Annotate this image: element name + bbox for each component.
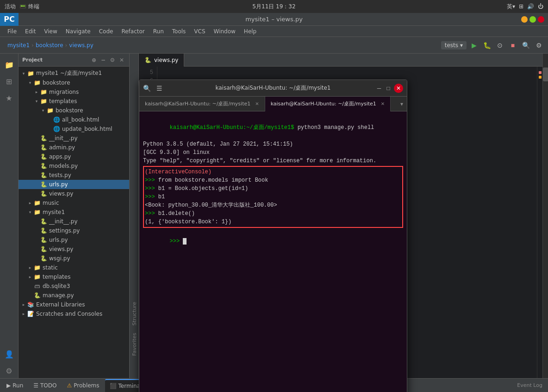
tree-db[interactable]: ▸ 🗃 db.sqlite3 — [19, 282, 129, 291]
terminal-body[interactable]: kaisarh@KaiSarH-Ubuntu:~/桌面/mysite1$ pyt… — [139, 111, 407, 392]
terminal-tab-2-close[interactable]: ✕ — [381, 101, 385, 106]
file-tree: ▾ 📁 mysite1 ~/桌面/mysite1 ▾ 📁 bookstore ▸… — [19, 67, 129, 378]
vtab-structure[interactable]: Structure — [130, 298, 138, 329]
terminal-maximize-btn[interactable]: □ — [385, 85, 392, 92]
menu-code[interactable]: Code — [95, 27, 117, 36]
panel-btn-collapse[interactable]: − — [100, 56, 107, 64]
run-config[interactable]: tests ▾ — [441, 41, 467, 49]
sidebar-icon-settings[interactable]: ⚙ — [2, 363, 17, 378]
sidebar-icon-structure[interactable]: ⊞ — [2, 74, 17, 89]
bottom-tab-problems[interactable]: ⚠ Problems — [62, 379, 104, 392]
menu-help[interactable]: Help — [240, 27, 260, 36]
maximize-button[interactable] — [529, 16, 536, 23]
editor-tab-views[interactable]: 🐍 views.py — [139, 54, 184, 67]
tree-init-bookstore-label: __init__.py — [49, 135, 78, 141]
tree-templates-bookstore[interactable]: ▾ 📁 templates — [19, 97, 129, 106]
tree-static[interactable]: ▸ 📁 static — [19, 263, 129, 272]
terminal-tab-2[interactable]: kaisarh@KaiSarH-Ubuntu: ~/桌面/mysite1 ✕ — [265, 97, 391, 111]
tree-external-libs[interactable]: ▸ 📚 External Libraries — [19, 300, 129, 309]
lang-indicator[interactable]: 英▾ — [507, 3, 515, 11]
panel-btn-settings[interactable]: ⚙ — [109, 56, 116, 64]
power-icon[interactable]: ⏻ — [538, 3, 543, 10]
panel-btn-close[interactable]: ✕ — [118, 56, 125, 64]
problems-tab-label: Problems — [74, 382, 99, 389]
event-log-btn[interactable]: Event Log — [517, 382, 542, 388]
tree-mysite1[interactable]: ▾ 📁 mysite1 — [19, 208, 129, 217]
tree-migrations[interactable]: ▸ 📁 migrations — [19, 87, 129, 97]
menu-run[interactable]: Run — [149, 27, 168, 36]
tree-settings[interactable]: ▸ 🐍 settings.py — [19, 226, 129, 235]
terminal-tab-arrow[interactable]: ▾ — [397, 101, 407, 107]
tree-music[interactable]: ▸ 📁 music — [19, 198, 129, 208]
tree-urls-bookstore[interactable]: ▸ 🐍 urls.py — [19, 180, 129, 189]
vtab-favorites[interactable]: Favorites — [130, 329, 138, 360]
tree-root[interactable]: ▾ 📁 mysite1 ~/桌面/mysite1 — [19, 68, 129, 78]
terminal-controls: ─ □ ✕ — [372, 84, 407, 93]
tree-all-book-html[interactable]: ▸ 🌐 all_book.html — [19, 115, 129, 124]
term-repl-3: >>> b1 — [145, 193, 401, 201]
breadcrumb-bookstore[interactable]: bookstore — [36, 42, 63, 49]
sidebar-icon-project[interactable]: 📁 — [2, 57, 17, 72]
activities-label[interactable]: 活动 — [5, 3, 16, 11]
menu-edit[interactable]: Edit — [21, 27, 39, 36]
terminal-tab-1-close[interactable]: ✕ — [255, 101, 259, 106]
bottom-tab-run[interactable]: ▶ Run — [2, 379, 28, 392]
run-button[interactable]: ▶ — [468, 40, 480, 51]
tree-wsgi[interactable]: ▸ 🐍 wsgi.py — [19, 254, 129, 263]
tree-urls-bookstore-label: urls.py — [49, 181, 68, 188]
tree-bookstore[interactable]: ▾ 📁 bookstore — [19, 78, 129, 87]
search-button[interactable]: 🔍 — [520, 40, 531, 51]
tree-scratches[interactable]: ▸ 📝 Scratches and Consoles — [19, 309, 129, 318]
terminal-tab-1-label: kaisarh@KaiSarH-Ubuntu: ~/桌面/mysite1 — [145, 100, 250, 107]
warning-marker — [539, 76, 542, 79]
tree-admin-label: admin.py — [49, 144, 75, 151]
tree-mysite1-label: mysite1 — [43, 209, 65, 215]
debug-button[interactable]: 🐛 — [481, 40, 492, 51]
menu-window[interactable]: Window — [210, 27, 239, 36]
tree-init-bookstore[interactable]: ▸ 🐍 __init__.py — [19, 134, 129, 143]
panel-btn-add[interactable]: ⊕ — [90, 56, 98, 64]
breadcrumb-views[interactable]: views.py — [69, 42, 93, 49]
terminal-tab-1[interactable]: kaisarh@KaiSarH-Ubuntu: ~/桌面/mysite1 ✕ — [139, 97, 265, 111]
terminal-minimize-btn[interactable]: ─ — [375, 85, 383, 92]
project-panel: Project ⊕ − ⚙ ✕ ▾ 📁 mysite1 ~/桌面/mysite1… — [19, 54, 130, 378]
tree-manage-label: manage.py — [43, 292, 74, 299]
tree-init-mysite1[interactable]: ▸ 🐍 __init__.py — [19, 217, 129, 226]
ide-toolbar: mysite1 › bookstore › views.py tests ▾ ▶… — [0, 37, 548, 54]
coverage-button[interactable]: ⊙ — [494, 40, 505, 51]
sidebar-icon-git[interactable]: 👤 — [2, 347, 17, 361]
network-icon: ⊞ — [519, 3, 523, 10]
tree-urls-mysite1[interactable]: ▸ 🐍 urls.py — [19, 235, 129, 245]
tree-bookstore-sub[interactable]: ▾ 📁 bookstore — [19, 106, 129, 115]
settings-button[interactable]: ⚙ — [533, 40, 544, 51]
tree-update-book-html[interactable]: ▸ 🌐 update_book.html — [19, 124, 129, 134]
scrollbar-thumb[interactable] — [543, 67, 548, 81]
stop-button[interactable]: ■ — [507, 40, 518, 51]
tree-tests[interactable]: ▸ 🐍 tests.py — [19, 171, 129, 180]
terminal-tab-label: Terminal — [118, 383, 142, 389]
tree-manage[interactable]: ▸ 🐍 manage.py — [19, 291, 129, 300]
tree-admin[interactable]: ▸ 🐍 admin.py — [19, 143, 129, 152]
tree-templates-root[interactable]: ▸ 📁 templates — [19, 272, 129, 282]
menu-navigate[interactable]: Navigate — [62, 27, 94, 36]
menu-tools[interactable]: Tools — [168, 27, 190, 36]
breadcrumb-mysite1[interactable]: mysite1 — [7, 42, 30, 49]
tree-tests-label: tests.py — [49, 172, 71, 178]
close-button[interactable] — [538, 16, 544, 23]
menu-vcs[interactable]: VCS — [190, 27, 209, 36]
minimize-button[interactable] — [521, 16, 528, 23]
tree-apps[interactable]: ▸ 🐍 apps.py — [19, 152, 129, 161]
menu-file[interactable]: File — [4, 27, 20, 36]
tree-models[interactable]: ▸ 🐍 models.py — [19, 161, 129, 171]
terminal-search-icon[interactable]: 🔍 — [139, 85, 155, 92]
terminal-menu-icon[interactable]: ☰ — [155, 85, 164, 92]
editor-scrollbar[interactable] — [542, 54, 548, 378]
sidebar-icon-favorites[interactable]: ★ — [2, 91, 17, 105]
menu-refactor[interactable]: Refactor — [118, 27, 148, 36]
tree-wsgi-label: wsgi.py — [49, 255, 70, 262]
tree-views-bookstore[interactable]: ▸ 🐍 views.py — [19, 189, 129, 198]
bottom-tab-todo[interactable]: ☰ TODO — [29, 379, 61, 392]
terminal-close-btn[interactable]: ✕ — [394, 84, 403, 93]
menu-view[interactable]: View — [40, 27, 61, 36]
tree-views-mysite1[interactable]: ▸ 🐍 views.py — [19, 245, 129, 254]
